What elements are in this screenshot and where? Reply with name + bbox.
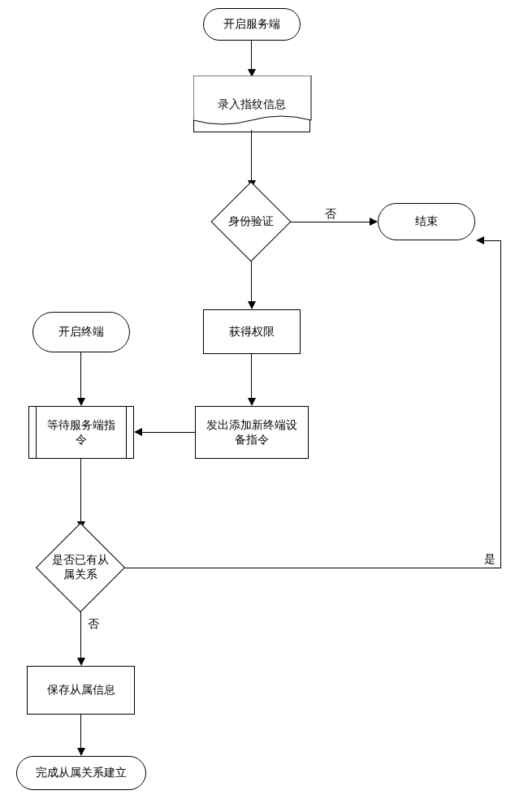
yes-label-1: 是 — [484, 552, 496, 567]
identity-verify-label: 身份验证 — [228, 214, 274, 227]
end-label: 结束 — [415, 214, 438, 229]
connector — [125, 568, 500, 568]
open-terminal-label: 开启终端 — [58, 325, 104, 339]
arrowhead — [370, 218, 378, 226]
arrowhead — [134, 428, 142, 436]
save-subordinate-node: 保存从属信息 — [27, 666, 135, 715]
wait-server-cmd-node: 等待服务端指令 — [28, 406, 134, 459]
connector — [251, 130, 252, 181]
arrowhead — [77, 398, 85, 406]
connector — [484, 240, 500, 241]
save-subordinate-label: 保存从属信息 — [47, 683, 115, 698]
complete-relation-label: 完成从属关系建立 — [36, 766, 127, 780]
connector — [251, 261, 252, 302]
send-add-terminal-cmd-label: 发出添加新终端设备指令 — [202, 418, 301, 447]
arrowhead — [248, 398, 256, 406]
no-label-1: 否 — [325, 207, 336, 222]
get-permission-node: 获得权限 — [203, 309, 301, 354]
arrowhead — [77, 748, 85, 756]
input-fingerprint-node: 录入指纹信息 — [193, 77, 310, 132]
has-subordinate-label: 是否已有从属关系 — [52, 553, 109, 581]
connector — [80, 352, 81, 399]
start-server-label: 开启服务端 — [223, 17, 280, 32]
start-server-node: 开启服务端 — [203, 8, 301, 41]
identity-verify-node: 身份验证 — [211, 182, 292, 262]
complete-relation-node: 完成从属关系建立 — [16, 756, 146, 790]
input-fingerprint-label: 录入指纹信息 — [218, 97, 286, 112]
no-label-2: 否 — [88, 617, 99, 632]
send-add-terminal-cmd-node: 发出添加新终端设备指令 — [195, 406, 309, 459]
connector — [80, 715, 81, 749]
arrowhead — [248, 301, 256, 309]
connector — [251, 41, 252, 70]
has-subordinate-node: 是否已有从属关系 — [36, 523, 125, 612]
get-permission-label: 获得权限 — [229, 325, 275, 339]
connector — [500, 240, 501, 568]
connector — [80, 611, 81, 659]
wait-server-cmd-label: 等待服务端指令 — [42, 418, 120, 447]
arrowhead — [77, 658, 85, 666]
connector — [251, 354, 252, 399]
connector — [291, 222, 370, 222]
open-terminal-node: 开启终端 — [32, 312, 130, 352]
connector — [80, 459, 81, 522]
end-node: 结束 — [378, 203, 475, 240]
arrowhead — [476, 236, 484, 244]
connector — [142, 432, 195, 433]
